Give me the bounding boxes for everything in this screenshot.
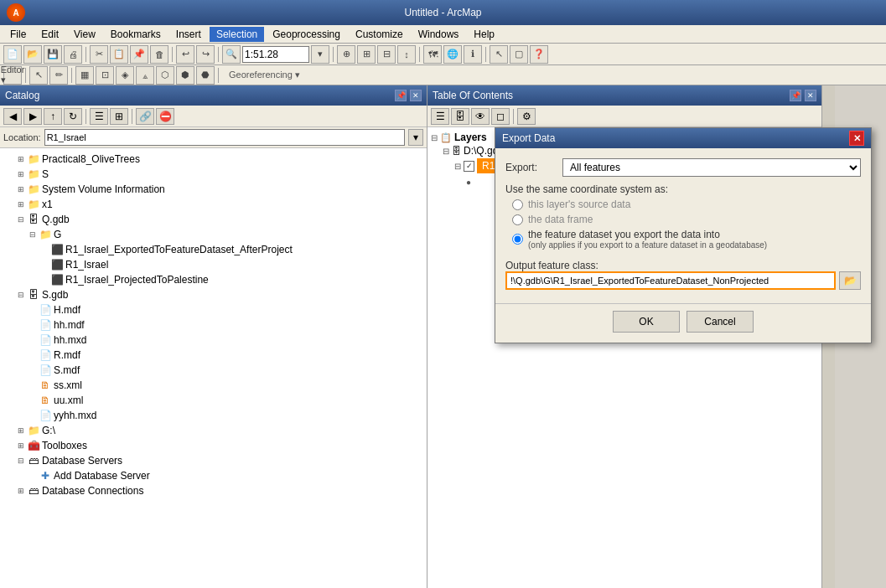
radio-source[interactable] [512,199,523,210]
paste-btn[interactable]: 📌 [130,45,148,64]
edit-tool3[interactable]: ▦ [75,66,94,85]
radio-item-source[interactable]: this layer's source data [512,199,861,210]
radio-item-frame[interactable]: the data frame [512,214,861,225]
tree-item-feature1[interactable]: ⬛ R1_Israel_ExportedToFeatureDataset_Aft… [3,242,423,257]
cat-view-btn[interactable]: ☰ [90,108,108,125]
export-select[interactable]: All features Selected features [562,158,861,177]
tree-item[interactable]: ⊞ 📁 S [3,167,423,182]
globe-btn[interactable]: 🌐 [443,45,462,64]
menu-customize[interactable]: Customize [349,27,410,42]
output-browse-btn[interactable]: 📂 [839,271,861,290]
cancel-button[interactable]: Cancel [687,311,754,333]
menu-edit[interactable]: Edit [34,27,65,42]
tree-item-adddbserver[interactable]: ✚ Add Database Server [3,468,423,483]
save-btn[interactable]: 💾 [44,45,62,64]
radio-item-dataset[interactable]: the feature dataset you export the data … [512,229,861,250]
catalog-close-btn[interactable]: ✕ [410,90,422,101]
editor-dropdown-btn[interactable]: Editor ▾ [3,66,22,85]
toc-visibility-btn[interactable]: 👁 [471,108,490,125]
menu-help[interactable]: Help [467,27,501,42]
redo-btn[interactable]: ↪ [196,45,215,64]
tree-item[interactable]: ⊞ 📁 Practical8_OliveTrees [3,152,423,167]
edit-tool5[interactable]: ◈ [116,66,134,85]
copy-btn[interactable]: 📋 [110,45,128,64]
zoom-in-btn[interactable]: 🔍 [222,45,241,64]
toc-selection-btn[interactable]: ◻ [491,108,510,125]
arrow-btn[interactable]: ↖ [490,45,508,64]
open-btn[interactable]: 📂 [23,45,42,64]
toc-source-btn[interactable]: 🗄 [451,108,469,125]
toc-options-btn[interactable]: ⚙ [517,108,536,125]
toc-pin-btn[interactable]: 📌 [790,90,801,101]
menu-windows[interactable]: Windows [412,27,466,42]
edit-tool9[interactable]: ⬣ [196,66,215,85]
edit-tool6[interactable]: ⟁ [136,66,154,85]
tree-item-hmdf[interactable]: 📄 H.mdf [3,302,423,317]
tree-item-r1israel[interactable]: ⬛ R1_Israel [3,257,423,272]
menu-geoprocessing[interactable]: Geoprocessing [266,27,347,42]
tree-item-uuxml[interactable]: 🗎 uu.xml [3,393,423,408]
select-btn[interactable]: ▢ [510,45,528,64]
tree-item-rmdf[interactable]: 📄 R.mdf [3,348,423,363]
menu-bookmarks[interactable]: Bookmarks [104,27,168,42]
tree-item-gdrive[interactable]: ⊞ 📁 G:\ [3,423,423,438]
delete-btn[interactable]: 🗑 [150,45,168,64]
output-input[interactable] [505,271,836,290]
cat-back-btn[interactable]: ◀ [3,108,22,125]
catalog-pin-btn[interactable]: 📌 [395,90,407,101]
cat-forward-btn[interactable]: ▶ [23,108,42,125]
identify-btn[interactable]: ❓ [530,45,548,64]
cat-thumb-btn[interactable]: ⊞ [110,108,128,125]
tree-item-hhmdf[interactable]: 📄 hh.mdf [3,317,423,333]
menu-selection[interactable]: Selection [210,27,264,42]
edit-tool4[interactable]: ⊡ [96,66,114,85]
tree-item-qgdb[interactable]: ⊟ 🗄 Q.gdb [3,212,423,227]
zoom-dropdown-btn[interactable]: ▾ [311,45,329,64]
tool3-btn[interactable]: ⊟ [377,45,396,64]
info-btn[interactable]: ℹ [464,45,482,64]
radio-dataset[interactable] [512,234,523,245]
menu-file[interactable]: File [3,27,33,42]
toc-close-btn[interactable]: ✕ [805,90,816,101]
tree-item-yyhhmxd[interactable]: 📄 yyhh.mxd [3,408,423,423]
dialog-close-btn[interactable]: ✕ [849,131,864,146]
tree-item[interactable]: ⊞ 📁 x1 [3,197,423,212]
ok-button[interactable]: OK [613,311,680,333]
cat-refresh-btn[interactable]: ↻ [64,108,82,125]
tree-item-toolboxes[interactable]: ⊞ 🧰 Toolboxes [3,438,423,453]
tree-item-g[interactable]: ⊟ 📁 G [3,227,423,242]
menu-insert[interactable]: Insert [169,27,208,42]
tree-item-smdf[interactable]: 📄 S.mdf [3,363,423,378]
cut-btn[interactable]: ✂ [90,45,108,64]
tree-item[interactable]: ⊞ 📁 System Volume Information [3,182,423,197]
toc-list-btn[interactable]: ☰ [431,108,449,125]
location-input[interactable] [44,129,405,146]
cat-up-btn[interactable]: ↑ [44,108,62,125]
edit-tool1[interactable]: ↖ [29,66,48,85]
menu-view[interactable]: View [67,27,102,42]
print-btn[interactable]: 🖨 [64,45,82,64]
tree-item-feature3[interactable]: ⬛ R1_Israel_ProjectedToPalestine [3,272,423,287]
undo-btn[interactable]: ↩ [176,45,194,64]
tree-item-dbservers[interactable]: ⊟ 🗃 Database Servers [3,453,423,468]
expand-icon: ⊞ [15,168,27,180]
radio-frame[interactable] [512,214,523,225]
tree-item-ssxml[interactable]: 🗎 ss.xml [3,378,423,393]
map-btn[interactable]: 🗺 [423,45,442,64]
tool4-btn[interactable]: ↕ [397,45,416,64]
location-dropdown-btn[interactable]: ▾ [408,129,423,146]
layer-checkbox[interactable] [464,161,474,172]
cat-disconnect-btn[interactable]: ⛔ [156,108,174,125]
sep2 [172,47,173,62]
tool2-btn[interactable]: ⊞ [357,45,376,64]
zoom-input[interactable] [242,46,309,63]
tree-item-hhmxd[interactable]: 📄 hh.mxd [3,333,423,348]
tree-item-dbconnections[interactable]: ⊞ 🗃 Database Connections [3,483,423,498]
edit-tool2[interactable]: ✏ [49,66,68,85]
edit-tool7[interactable]: ⬡ [156,66,174,85]
new-btn[interactable]: 📄 [3,45,22,64]
tree-item-sgdb[interactable]: ⊟ 🗄 S.gdb [3,287,423,302]
cat-connect-btn[interactable]: 🔗 [136,108,154,125]
edit-tool8[interactable]: ⬢ [176,66,194,85]
tool1-btn[interactable]: ⊕ [337,45,355,64]
